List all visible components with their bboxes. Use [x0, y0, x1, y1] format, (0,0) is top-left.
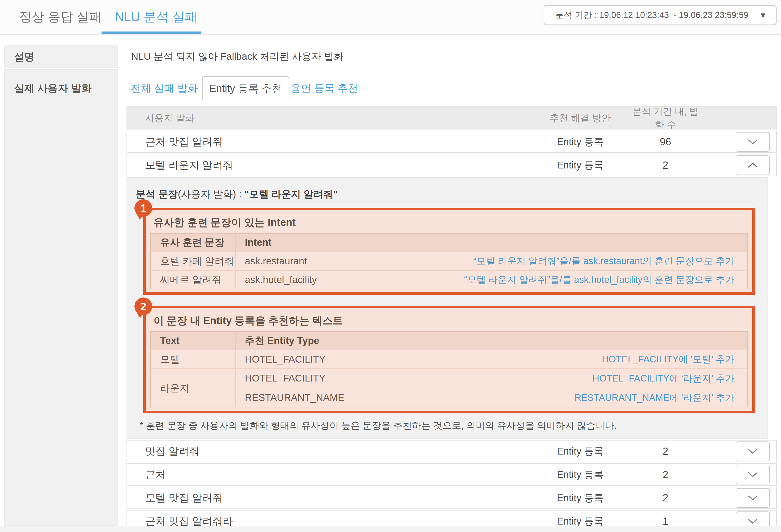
description-row: 설명 NLU 분석 되지 않아 Fallback 처리된 사용자 발화	[4, 45, 777, 69]
expand-toggle-button[interactable]	[736, 465, 770, 484]
entity-recommend-row: 라운지 HOTEL_FACILITY HOTEL_FACILITY에 ‘라운지’…	[151, 368, 747, 407]
table-row: 맛집 알려줘 Entity 등록 2	[126, 440, 777, 462]
intent-cell: ask.restaurant	[245, 256, 307, 267]
entity-recommend-table: Text 추천 Entity Type 모텔 HOTEL_FACILITY HO…	[150, 331, 748, 407]
similar-intent-table: 유사 훈련 문장 Intent 호텔 카페 알려줘 ask.restaurant…	[150, 233, 748, 289]
utterance-cell: 근처 맛집 알려줘	[127, 135, 529, 149]
similar-intent-row: 호텔 카페 알려줘 ask.restaurant “모텔 라운지 알려줘”을/를…	[151, 251, 747, 270]
expand-toggle-button[interactable]	[736, 488, 770, 508]
entity-recommend-subrow: RESTAURANT_NAME RESTAURANT_NAME에 ‘라운지’ 추…	[236, 388, 747, 407]
active-tab-underline	[101, 32, 201, 34]
utterance-cell: 모텔 맛집 알려줘	[127, 491, 529, 505]
step-1-badge: 1	[134, 199, 152, 217]
analyzed-sentence-prefix: 분석 문장	[136, 188, 178, 200]
add-training-sentence-link[interactable]: “모텔 라운지 알려줘”을/를 ask.restaurant의 훈련 문장으로 …	[474, 255, 734, 267]
table-row-expanded: 모텔 라운지 알려줘 Entity 등록 2	[126, 154, 777, 176]
text-cell: 모텔	[151, 350, 236, 368]
solution-cell: Entity 등록	[529, 159, 631, 172]
add-training-sentence-link[interactable]: “모텔 라운지 알려줘”을/를 ask.hotel_facility의 훈련 문…	[464, 273, 734, 286]
similar-intent-box-title: 유사한 훈련 문장이 있는 Intent	[150, 214, 748, 229]
utterances-label: 실제 사용자 발화	[14, 82, 91, 94]
tab-all-failed-utterances[interactable]: 전체 실패 발화	[126, 76, 202, 100]
header-similar-sentence: 유사 훈련 문장	[151, 233, 236, 251]
solution-cell: Entity 등록	[529, 445, 631, 458]
count-cell: 2	[631, 492, 699, 504]
text-cell: 라운지	[151, 369, 236, 407]
table-row: 근처 Entity 등록 2	[126, 463, 777, 486]
similarity-footnote: * 훈련 문장 중 사용자의 발화와 형태의 유사성이 높은 문장을 추천하는 …	[139, 419, 755, 432]
chevron-down-icon	[747, 448, 759, 455]
count-cell: 1	[631, 516, 699, 526]
utterances-label-cell: 실제 사용자 발화	[4, 69, 118, 526]
header-intent: Intent	[236, 233, 747, 251]
tab-label: NLU 분석 실패	[115, 8, 198, 26]
similar-sentence-cell: 호텔 카페 알려줘	[151, 252, 236, 270]
similar-intent-box: 1 유사한 훈련 문장이 있는 Intent 유사 훈련 문장 Intent 호…	[143, 208, 755, 295]
solution-cell: Entity 등록	[529, 515, 631, 526]
solution-cell: Entity 등록	[529, 491, 631, 504]
expand-toggle-button[interactable]	[736, 132, 770, 152]
similar-intent-table-header: 유사 훈련 문장 Intent	[151, 233, 747, 251]
analysis-period-dropdown[interactable]: 분석 기간 : 19.06.12 10:23:43 ~ 19.06.23 23:…	[544, 5, 777, 25]
utterances-content: 전체 실패 발화 Entity 등록 추천 용언 등록 추천 사용자 발화 추천…	[119, 69, 777, 526]
entity-type-cell: RESTAURANT_NAME	[245, 392, 344, 403]
tab-label: 정상 응답 실패	[19, 8, 102, 26]
dropdown-caret-icon: ▼	[759, 11, 767, 19]
user-utterances-row: 실제 사용자 발화 전체 실패 발화 Entity 등록 추천 용언 등록 추천…	[4, 69, 777, 526]
analyzed-sentence-line: 분석 문장(사용자 발화) : “모텔 라운지 알려줘”	[136, 188, 755, 201]
tab-label: Entity 등록 추천	[209, 82, 282, 95]
similar-sentence-cell: 씨메르 알려줘	[151, 271, 236, 289]
table-row: 근처 맛집 알려줘라 Entity 등록 1	[126, 510, 777, 526]
entity-recommend-row: 모텔 HOTEL_FACILITY HOTEL_FACILITY에 ‘모텔’ 추…	[151, 350, 747, 368]
header-count: 분석 기간 내, 발화 수	[631, 105, 699, 131]
add-entity-link[interactable]: HOTEL_FACILITY에 ‘모텔’ 추가	[602, 353, 735, 366]
collapse-toggle-button[interactable]	[736, 156, 770, 175]
top-tab-bar: 정상 응답 실패 NLU 분석 실패 분석 기간 : 19.06.12 10:2…	[0, 0, 781, 35]
utterance-cell: 근처	[127, 468, 529, 481]
table-row: 모텔 맛집 알려줘 Entity 등록 2	[126, 487, 777, 509]
tab-verb-registration-recommend[interactable]: 용언 등록 추천	[289, 76, 360, 100]
header-utterance: 사용자 발화	[127, 112, 529, 124]
similar-intent-row: 씨메르 알려줘 ask.hotel_facility “모텔 라운지 알려줘”을…	[151, 270, 747, 289]
description-label-cell: 설명	[4, 45, 118, 69]
recommendation-tab-bar: 전체 실패 발화 Entity 등록 추천 용언 등록 추천	[126, 76, 777, 100]
add-entity-link[interactable]: RESTAURANT_NAME에 ‘라운지’ 추가	[575, 391, 735, 404]
table-row: 근처 맛집 알려줘 Entity 등록 96	[126, 131, 777, 153]
entity-type-cell: HOTEL_FACILITY	[245, 372, 325, 384]
description-value-cell: NLU 분석 되지 않아 Fallback 처리된 사용자 발화	[119, 45, 777, 69]
tab-normal-response-fail[interactable]: 정상 응답 실패	[19, 0, 102, 34]
expand-toggle-button[interactable]	[736, 441, 770, 461]
tab-label: 용언 등록 추천	[291, 81, 358, 95]
solution-cell: Entity 등록	[529, 468, 631, 481]
solution-cell: Entity 등록	[529, 135, 631, 148]
detail-table: 설명 NLU 분석 되지 않아 Fallback 처리된 사용자 발화 실제 사…	[4, 45, 777, 526]
entity-recommend-box: 2 이 문장 내 Entity 등록을 추천하는 텍스트 Text 추천 Ent…	[143, 306, 755, 413]
count-cell: 2	[631, 160, 699, 171]
tab-nlu-analysis-fail[interactable]: NLU 분석 실패	[115, 0, 198, 34]
add-entity-link[interactable]: HOTEL_FACILITY에 ‘라운지’ 추가	[592, 372, 735, 385]
header-entity-type: 추천 Entity Type	[236, 332, 747, 350]
intent-cell: ask.hotel_facility	[245, 274, 317, 285]
utterance-table: 사용자 발화 추천 해결 방안 분석 기간 내, 발화 수 근처 맛집 알려줘 …	[126, 106, 777, 526]
analysis-detail-panel: 분석 문장(사용자 발화) : “모텔 라운지 알려줘” 1 유사한 훈련 문장…	[126, 177, 768, 439]
entity-recommend-table-header: Text 추천 Entity Type	[151, 332, 747, 350]
utterance-table-header: 사용자 발화 추천 해결 방안 분석 기간 내, 발화 수	[126, 106, 777, 130]
tab-entity-registration-recommend[interactable]: Entity 등록 추천	[202, 76, 289, 100]
utterance-cell: 맛집 알려줘	[127, 444, 529, 458]
chevron-up-icon	[747, 162, 759, 169]
analyzed-sentence-quote: “모텔 라운지 알려줘”	[244, 188, 338, 200]
utterance-cell: 모텔 라운지 알려줘	[127, 158, 529, 172]
expand-toggle-button[interactable]	[736, 512, 770, 526]
header-text: Text	[151, 332, 236, 350]
description-value: NLU 분석 되지 않아 Fallback 처리된 사용자 발화	[131, 50, 343, 63]
chevron-down-icon	[747, 471, 759, 478]
count-cell: 2	[631, 445, 699, 457]
header-solution: 추천 해결 방안	[529, 112, 631, 124]
count-cell: 2	[631, 469, 699, 480]
chevron-down-icon	[747, 138, 759, 145]
chevron-down-icon	[747, 494, 759, 501]
entity-recommend-subrow: HOTEL_FACILITY HOTEL_FACILITY에 ‘라운지’ 추가	[236, 369, 747, 388]
entity-recommend-box-title: 이 문장 내 Entity 등록을 추천하는 텍스트	[150, 312, 748, 327]
count-cell: 96	[631, 136, 699, 148]
chevron-down-icon	[747, 518, 759, 525]
